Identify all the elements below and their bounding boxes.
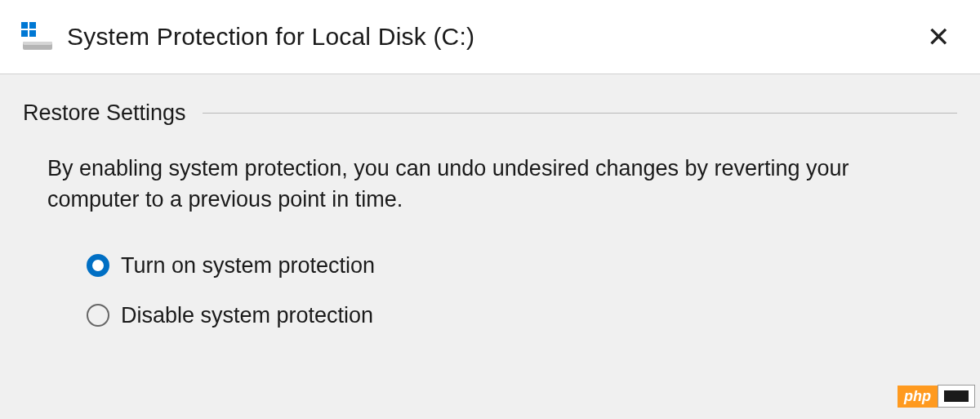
radio-disable[interactable]: Disable system protection [87,303,957,328]
titlebar: System Protection for Local Disk (C:) ✕ [0,0,980,74]
radio-turn-on[interactable]: Turn on system protection [87,253,957,279]
drive-icon [21,22,54,51]
divider [203,113,957,114]
radio-label: Disable system protection [121,303,373,328]
svg-rect-2 [21,30,28,37]
section-title: Restore Settings [23,100,203,126]
radio-label: Turn on system protection [121,253,375,279]
section-header: Restore Settings [23,100,957,126]
watermark-text: php [898,386,938,408]
svg-rect-3 [29,30,36,37]
svg-rect-0 [21,22,28,29]
close-icon[interactable]: ✕ [918,16,959,57]
watermark: php [898,385,975,408]
radio-icon [87,254,109,277]
radio-icon [87,304,109,327]
watermark-logo [938,385,975,408]
section-description: By enabling system protection, you can u… [47,154,933,216]
svg-rect-1 [29,22,36,29]
window-title: System Protection for Local Disk (C:) [67,23,918,51]
dialog-content: Restore Settings By enabling system prot… [0,74,980,386]
svg-rect-5 [23,42,52,45]
radio-group: Turn on system protection Disable system… [87,253,957,328]
